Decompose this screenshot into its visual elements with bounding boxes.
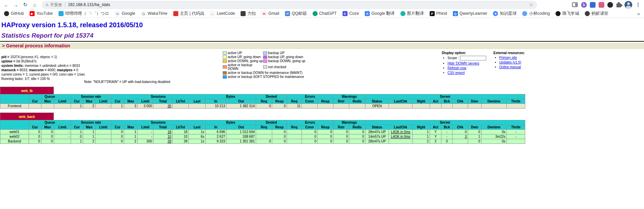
cell-sess-cur: 1 — [111, 104, 124, 109]
bookmarks-overflow-icon[interactable]: » — [637, 11, 640, 16]
bookmark-google-translate[interactable]: AGoogle 翻译 — [365, 11, 395, 16]
external-resource-link-2[interactable]: Online manual — [499, 65, 521, 69]
bookmark-wakatime[interactable]: ◷WakaTime — [141, 11, 168, 16]
extension-pink-icon[interactable] — [599, 2, 604, 8]
extension-qq-icon[interactable] — [607, 2, 613, 8]
cell-sess-total[interactable]: 35 — [153, 104, 173, 109]
column-group-sessions: Sessions — [111, 94, 206, 99]
coze-favicon-icon: C — [343, 11, 348, 16]
column-group-bytes: Bytes — [206, 120, 256, 125]
legend-item: backup UP, going down — [263, 55, 303, 59]
bookmark-zhishixingqiu[interactable]: ★知识星球 — [493, 11, 516, 16]
extension-blue-icon[interactable] — [590, 2, 596, 8]
bookmark-qwerty-learner[interactable]: QQwertyLearner — [453, 11, 488, 16]
bookmark-bilibili[interactable]: 哔哩哔哩（゜-゜）つロ — [59, 11, 109, 16]
cell-wght: 2 — [413, 139, 430, 144]
cell-queue-limit — [54, 139, 71, 144]
browser-menu-icon[interactable]: ⋮ — [636, 2, 641, 8]
address-bar[interactable]: ⚠ 不安全 192.168.6.131/ha_stats ☆ — [42, 1, 537, 9]
bookmark-homepage-daimazhan[interactable]: 主页 | 代码战 — [173, 11, 205, 16]
row-label: Frontend — [0, 104, 29, 109]
column-group-denied: Denied — [256, 120, 287, 125]
display-option-link-0[interactable]: Hide 'DOWN' servers — [448, 61, 479, 65]
wakatime-favicon-icon: ◷ — [141, 11, 146, 16]
bookmark-leetcode[interactable]: LLeetCode — [210, 11, 235, 16]
page-title[interactable]: HAProxy version 1.5.18, released 2016/05… — [1, 21, 143, 29]
cell-chk: 0 — [453, 130, 468, 134]
cell-sess-total[interactable]: 10 — [153, 134, 173, 139]
column-header-sess-last: Last — [189, 125, 206, 130]
options-panel: Display option: Scope : Hide 'DOWN' serv… — [442, 50, 525, 84]
bookmark-xiaolin-coding[interactable]: 小林coding — [522, 11, 550, 16]
cell-queue-limit — [54, 104, 71, 109]
cell-bytes-in: 10 213 — [206, 104, 226, 109]
cell-err-conn: 0 — [302, 139, 318, 144]
cell-sess-total[interactable]: 18 — [153, 130, 173, 134]
header-sub-row: CurMaxLimitCurMaxLimitCurMaxLimitTotalLb… — [0, 125, 525, 130]
column-header-err-conn: Conn — [302, 125, 318, 130]
external-resource-link-1[interactable]: Updates (v1.5) — [499, 60, 522, 64]
cell-lastchk[interactable]: L4OK in 0ms — [389, 134, 413, 139]
xiaolin-coding-favicon-icon — [522, 11, 527, 16]
section-general-process-information: > General process information — [0, 43, 644, 49]
bookmark-gmail[interactable]: MGmail — [261, 11, 279, 16]
cell-chk[interactable]: 3 — [453, 134, 468, 139]
side-panel-icon[interactable] — [572, 2, 578, 7]
proxy-section-web_lb: web_lbQueueSession rateSessionsBytesDeni… — [0, 87, 525, 109]
home-button[interactable]: ⌂ — [30, 0, 39, 9]
cell-sess-total[interactable]: 28 — [153, 139, 173, 144]
column-header-err-resp: Resp — [318, 99, 333, 104]
row-web02: web0200-0101-10106s2 627338 6870000014m5… — [0, 134, 525, 139]
bookmark-chatgpt[interactable]: ChatGPT — [313, 11, 337, 16]
phind-favicon-icon: P — [430, 11, 435, 16]
external-resource-link-0[interactable]: Primary site — [499, 56, 517, 59]
likou-favicon-icon — [241, 11, 246, 16]
cell-bytes-out: 338 687 — [226, 134, 256, 139]
proxy-name-link[interactable]: web_lb — [21, 89, 33, 93]
cell-err-resp: 0 — [318, 130, 333, 134]
legend-swatch-icon — [263, 65, 267, 69]
bookmark-star-icon[interactable]: ☆ — [529, 2, 533, 7]
status-legend: active UPbackup UPactive UP, going downb… — [86, 50, 442, 84]
bookmark-coze[interactable]: CCoze — [343, 11, 359, 16]
legend-item: active or backup DOWN — [223, 63, 263, 71]
legend-label: active UP, going down — [228, 55, 261, 59]
bookmark-lufei-xuecheng[interactable]: 路飞学城 — [556, 11, 579, 16]
cell-dwn: 1 — [468, 134, 481, 139]
reload-button[interactable]: ↻ — [21, 0, 30, 9]
bookmark-google[interactable]: GGoogle — [115, 11, 135, 16]
legend-swatch-icon — [223, 65, 227, 69]
proxy-name-link[interactable]: web_back — [19, 115, 35, 119]
profile-avatar[interactable] — [624, 1, 632, 9]
extensions-puzzle-icon[interactable] — [616, 3, 621, 7]
bookmark-youtube[interactable]: ▶YouTube — [30, 11, 53, 16]
bookmark-label: 蚂蚁课堂 — [592, 11, 608, 16]
scope-input[interactable] — [460, 56, 486, 60]
column-header-warn-redis: Redis — [349, 99, 365, 104]
cell-lastchk[interactable]: L4OK in 0ms — [389, 130, 413, 134]
legend-item: active UP, going down — [223, 55, 263, 59]
display-option-link-2[interactable]: CSV export — [448, 71, 465, 75]
forward-button[interactable]: → — [11, 0, 20, 9]
cell-sess-last: 1s — [189, 130, 206, 134]
legend-swatch-icon — [223, 55, 227, 59]
display-option-link-1[interactable]: Refresh now — [448, 66, 466, 70]
back-button[interactable]: ← — [2, 0, 11, 9]
bookmark-mayi-ketang[interactable]: 蚂蚁课堂 — [585, 11, 608, 16]
extension-purple-icon[interactable]: b — [581, 2, 587, 8]
column-group-server: Server — [365, 120, 525, 125]
column-header-sess-last: Last — [189, 99, 206, 104]
bookmark-phind[interactable]: PPhind — [430, 11, 447, 16]
cell-sess-lbtot: 18 — [173, 130, 189, 134]
cell-sess-cur: 0 — [111, 134, 124, 139]
bookmark-qq-mail[interactable]: ✉QQ邮箱 — [285, 11, 307, 16]
display-option-heading: Display option: — [442, 51, 466, 55]
column-header-denied-req: Req — [256, 125, 272, 130]
cell-sess-limit: 3 000 — [138, 104, 153, 109]
bookmark-label: Phind — [436, 11, 447, 16]
bookmark-github[interactable]: GitHub — [4, 11, 24, 16]
bookmark-image-translate[interactable]: 图片翻译 — [400, 11, 424, 16]
legend-table: active UPbackup UPactive UP, going downb… — [223, 51, 306, 79]
column-header-sess-total: Total — [153, 99, 173, 104]
bookmark-likou[interactable]: 力扣 — [241, 11, 256, 16]
